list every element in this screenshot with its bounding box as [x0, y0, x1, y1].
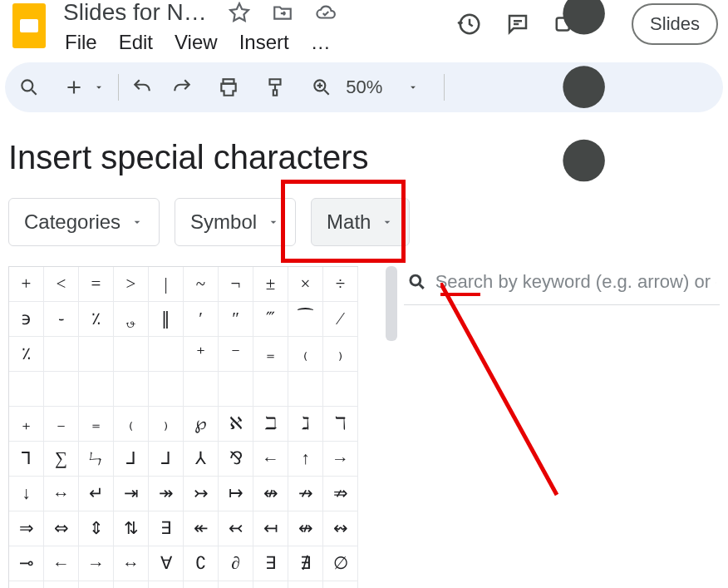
categories-dropdown[interactable]: Categories [8, 198, 160, 246]
char-cell[interactable] [184, 372, 219, 407]
char-cell[interactable]: ↓ [9, 477, 44, 511]
char-cell[interactable] [253, 372, 288, 407]
star-icon[interactable] [229, 2, 250, 23]
char-cell[interactable]: ⁀ [288, 302, 323, 337]
char-cell[interactable]: ↤ [253, 511, 288, 546]
char-cell[interactable]: → [323, 442, 358, 477]
char-cell[interactable]: ⇏ [323, 477, 358, 511]
char-cell[interactable] [9, 372, 44, 407]
char-cell[interactable]: ⅋ [219, 442, 253, 477]
char-cell[interactable]: ₎ [149, 407, 184, 442]
char-cell[interactable]: ٪ [79, 302, 114, 337]
char-cell[interactable] [44, 337, 79, 372]
char-cell[interactable]: ∋ [184, 581, 219, 588]
char-cell[interactable]: ‖ [149, 302, 184, 337]
char-cell[interactable]: + [9, 267, 44, 302]
char-cell[interactable]: ⇒ [9, 511, 44, 546]
scroll-thumb[interactable] [386, 266, 397, 341]
menu-file[interactable]: File [65, 31, 97, 54]
char-cell[interactable]: ℸ [323, 407, 358, 442]
char-cell[interactable]: ↞ [184, 511, 219, 546]
char-cell[interactable]: ~ [184, 267, 219, 302]
char-cell[interactable]: ⁻ [219, 337, 253, 372]
char-cell[interactable]: ٪ [9, 337, 44, 372]
char-cell[interactable]: ″ [219, 302, 253, 337]
doc-title[interactable]: Slides for N… [63, 0, 207, 26]
char-cell[interactable]: ؈ [114, 302, 149, 337]
char-cell[interactable] [323, 372, 358, 407]
char-cell[interactable] [79, 372, 114, 407]
char-cell[interactable]: ∄ [288, 546, 323, 581]
char-cell[interactable]: ↦ [219, 477, 253, 511]
char-cell[interactable]: < [44, 267, 79, 302]
char-search-input[interactable] [435, 271, 716, 293]
char-cell[interactable]: ∁ [184, 546, 219, 581]
menu-insert[interactable]: Insert [239, 31, 289, 54]
char-cell[interactable] [149, 372, 184, 407]
char-cell[interactable]: ↔ [44, 477, 79, 511]
char-cell[interactable]: ↣ [184, 477, 219, 511]
char-cell[interactable]: → [79, 546, 114, 581]
char-cell[interactable]: ⁄ [323, 302, 358, 337]
search-icon[interactable] [18, 77, 40, 98]
char-cell[interactable]: ֊ [44, 302, 79, 337]
char-cell[interactable]: ⇕ [79, 511, 114, 546]
char-cell[interactable]: ℷ [288, 407, 323, 442]
menu-more[interactable]: … [311, 31, 331, 54]
char-cell[interactable]: ∉ [114, 581, 149, 588]
char-cell[interactable] [79, 337, 114, 372]
char-cell[interactable]: ↵ [79, 477, 114, 511]
app-logo[interactable] [8, 0, 50, 48]
char-cell[interactable]: ← [253, 442, 288, 477]
chevron-down-icon[interactable] [93, 82, 105, 93]
more-vert-icon[interactable] [458, 0, 710, 213]
char-cell[interactable]: Δ [9, 581, 44, 588]
char-cell[interactable]: ₍ [288, 337, 323, 372]
char-cell[interactable]: ⇥ [114, 477, 149, 511]
char-cell[interactable]: ㄣ [79, 442, 114, 477]
char-cell[interactable] [288, 372, 323, 407]
char-cell[interactable] [114, 337, 149, 372]
char-cell[interactable]: ∂ [219, 546, 253, 581]
cloud-status-icon[interactable] [315, 2, 337, 23]
char-cell[interactable]: = [79, 267, 114, 302]
char-cell[interactable]: ℶ [253, 407, 288, 442]
char-cell[interactable]: ↛ [288, 477, 323, 511]
char-cell[interactable]: ↔ [114, 546, 149, 581]
char-cell[interactable]: ↑ [288, 442, 323, 477]
char-cell[interactable]: | [149, 267, 184, 302]
char-cell[interactable]: ∇ [44, 581, 79, 588]
new-slide-icon[interactable] [63, 77, 85, 98]
move-folder-icon[interactable] [272, 2, 293, 23]
char-cell[interactable]: ¬ [219, 267, 253, 302]
char-cell[interactable] [44, 372, 79, 407]
char-cell[interactable]: ∃ [253, 546, 288, 581]
char-cell[interactable]: ⇔ [44, 511, 79, 546]
char-cell[interactable]: ↮ [253, 477, 288, 511]
char-cell[interactable]: > [114, 267, 149, 302]
char-cell[interactable]: ∀ [149, 546, 184, 581]
char-cell[interactable]: ₌ [253, 337, 288, 372]
zoom-icon[interactable] [311, 77, 332, 98]
char-cell[interactable]: ′ [184, 302, 219, 337]
char-cell[interactable]: ⅂ [9, 442, 44, 477]
char-cell[interactable]: × [288, 267, 323, 302]
char-cell[interactable]: ∊ [149, 581, 184, 588]
char-cell[interactable]: ₌ [79, 407, 114, 442]
char-cell[interactable]: ∍ [253, 581, 288, 588]
char-cell[interactable]: ϶ [9, 302, 44, 337]
undo-icon[interactable] [131, 77, 153, 98]
char-cell[interactable]: ∅ [323, 546, 358, 581]
redo-icon[interactable] [171, 77, 193, 98]
char-cell[interactable]: ↠ [149, 477, 184, 511]
char-cell[interactable]: ₋ [44, 407, 79, 442]
char-cell[interactable]: ↭ [323, 511, 358, 546]
char-cell[interactable]: ∏ [323, 581, 358, 588]
char-cell[interactable] [114, 372, 149, 407]
char-cell[interactable] [149, 337, 184, 372]
char-cell[interactable]: ∃ [149, 511, 184, 546]
char-cell[interactable]: ℵ [219, 407, 253, 442]
char-cell[interactable]: ∎ [288, 581, 323, 588]
char-cell[interactable]: ₊ [9, 407, 44, 442]
char-cell[interactable]: ⅃ [114, 442, 149, 477]
